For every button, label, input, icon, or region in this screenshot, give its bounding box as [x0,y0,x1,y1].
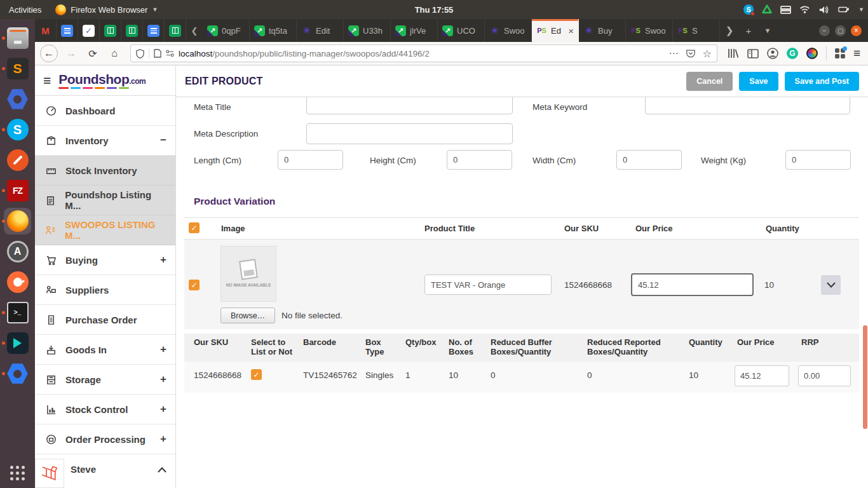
firefox-dock-icon[interactable] [0,206,35,236]
app-hub-blue-dock-icon[interactable] [0,358,35,389]
browse-button[interactable]: Browse… [220,308,275,323]
sidebar-item-buying[interactable]: Buying+ [35,245,175,275]
tab-u33h[interactable]: ↗U33h [344,19,391,42]
menu-hamburger-icon[interactable]: ≡ [853,46,860,60]
minimize-button[interactable]: − [819,25,830,36]
list-tabs-icon[interactable]: ▼ [758,19,777,42]
pinned-tab-sheets[interactable] [100,19,121,42]
pinned-tab-gmail[interactable]: M [35,19,57,42]
save-and-post-button[interactable]: Save and Post [785,72,859,91]
skype-tray-icon[interactable]: S [743,4,754,15]
pinned-tab-docs[interactable] [143,19,165,42]
pinned-tab-docs[interactable] [57,19,78,42]
sidebar-item-inventory[interactable]: Inventory− [35,126,175,156]
postman-dock-icon[interactable] [0,267,35,297]
account-icon[interactable] [767,48,778,59]
expand-plus-icon[interactable]: + [160,254,166,266]
shield-icon[interactable] [136,49,144,58]
filezilla-dock-icon[interactable]: FZ [0,175,35,206]
variation-row-checkbox[interactable]: ✓ [189,280,200,290]
tools-dock-icon[interactable] [0,145,35,175]
app-hub-dock-icon[interactable] [0,84,35,114]
select-to-list-checkbox[interactable]: ✓ [251,369,262,380]
meta-title-input[interactable] [306,97,513,114]
forward-button[interactable]: → [63,45,79,62]
variation-select-all-checkbox[interactable]: ✓ [189,222,200,233]
close-tab-icon[interactable]: × [568,25,574,36]
details-our-price-input[interactable] [735,365,789,386]
new-tab-button[interactable]: + [739,19,758,42]
expand-plus-icon[interactable]: + [160,433,166,445]
tab-swoo[interactable]: PSSwoo [626,19,673,42]
skype-dock-icon[interactable]: S [0,114,35,145]
tab-swoo[interactable]: ✳Swoo [485,19,532,42]
variation-expand-button[interactable] [821,275,841,295]
back-button[interactable]: ← [40,44,58,62]
sidebar-item-goods-in[interactable]: Goods In+ [35,335,175,365]
extension-color-icon[interactable] [806,48,818,59]
sidebar-item-swoopos-listing-m[interactable]: SWOOPOS LISTING M... [35,215,175,245]
length-input[interactable] [278,150,343,170]
grammarly-icon[interactable]: G [787,48,798,59]
remote-desktop-dock-icon[interactable]: A [0,236,35,267]
sidebar-item-dashboard[interactable]: Dashboard [35,96,175,126]
library-icon[interactable] [728,48,739,58]
pinned-tab-tasks[interactable]: ✓ [78,19,100,42]
scroll-tabs-right-icon[interactable]: ❯ [720,19,739,42]
sidebar-item-storage[interactable]: Storage+ [35,365,175,395]
tab-uco[interactable]: ↗UCO [438,19,485,42]
product-title-input[interactable] [424,274,552,295]
termius-dock-icon[interactable] [0,328,35,358]
tab-s[interactable]: PSS [673,19,720,42]
tab-0qpf[interactable]: ↗0qpF [203,19,250,42]
permissions-icon[interactable] [166,50,174,57]
sidebar-item-stock-control[interactable]: Stock Control+ [35,395,175,424]
sidebar-item-stock-inventory[interactable]: Stock Inventory [35,156,175,186]
details-rrp-input[interactable] [798,365,851,386]
sidebar-item-poundshop-listing-m[interactable]: Poundshop Listing M... [35,186,175,215]
page-actions-icon[interactable]: ⋯ [669,48,679,59]
tab-buy[interactable]: ✳Buy [579,19,626,42]
tab-tq5ta[interactable]: ↗tq5ta [250,19,297,42]
clock[interactable]: Thu 17:55 [415,5,454,15]
cancel-button[interactable]: Cancel [686,72,733,91]
poundshop-logo[interactable]: Poundshop.com [58,72,146,89]
wifi-icon[interactable] [799,5,810,14]
system-tray[interactable]: S ▼ [743,0,864,19]
height-input[interactable] [447,150,512,170]
sidebar-hamburger-icon[interactable]: ≡ [43,73,51,88]
terminal-dock-icon[interactable]: >_ [0,297,35,328]
files-dock-icon[interactable] [0,23,35,53]
scroll-tabs-left-icon[interactable]: ❮ [186,19,203,42]
sidebar-item-purchase-order[interactable]: Purchase Order [35,305,175,335]
maximize-button[interactable]: ▢ [835,25,846,36]
sublime-text-dock-icon[interactable]: S [0,53,35,84]
our-price-input[interactable] [631,273,754,296]
battery-icon[interactable] [838,5,850,14]
extensions-icon[interactable] [835,48,845,58]
sidebar-item-order-processing[interactable]: Order Processing+ [35,424,175,454]
volume-icon[interactable] [818,5,830,15]
expand-plus-icon[interactable]: + [160,403,166,416]
sync-tray-icon[interactable] [762,4,772,15]
close-window-button[interactable]: × [851,25,862,36]
pocket-icon[interactable] [686,49,696,58]
tab-ed[interactable]: PSEd× [532,19,579,42]
meta-keyword-input[interactable] [645,97,850,114]
chevron-up-icon[interactable] [158,463,166,476]
show-applications-dock-icon[interactable] [0,458,35,488]
page-icon[interactable] [154,49,161,58]
activities-button[interactable]: Activities [0,0,50,19]
app-menu[interactable]: Firefox Web Browser ▼ [50,4,163,15]
weight-input[interactable] [785,150,851,170]
sidebar-toggle-icon[interactable] [747,49,759,58]
url-bar[interactable]: localhost/poundshop/public/listing-manag… [130,44,717,62]
collapse-minus-icon[interactable]: − [160,134,166,147]
expand-plus-icon[interactable]: + [160,343,166,356]
meta-description-input[interactable] [306,123,513,144]
reload-button[interactable]: ⟳ [85,45,101,62]
keyboard-indicator-icon[interactable] [780,6,791,14]
pinned-tab-sheets[interactable] [165,19,186,42]
pinned-tab-sheets[interactable] [121,19,143,42]
tab-edit[interactable]: ✳Edit [297,19,344,42]
